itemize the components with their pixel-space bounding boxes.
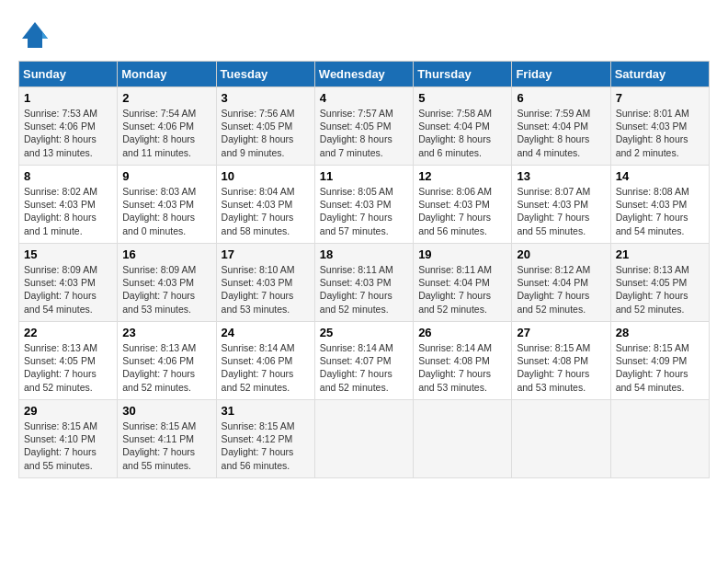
day-info: Sunrise: 8:14 AMSunset: 4:07 PMDaylight:… <box>320 341 408 394</box>
calendar-week-row: 15Sunrise: 8:09 AMSunset: 4:03 PMDayligh… <box>19 244 710 322</box>
calendar-week-row: 29Sunrise: 8:15 AMSunset: 4:10 PMDayligh… <box>19 400 710 478</box>
page-header <box>18 18 710 52</box>
day-info: Sunrise: 8:09 AMSunset: 4:03 PMDaylight:… <box>122 263 210 316</box>
calendar-cell: 5Sunrise: 7:58 AMSunset: 4:04 PMDaylight… <box>414 87 512 166</box>
day-number: 5 <box>418 91 506 105</box>
day-number: 10 <box>222 169 310 183</box>
day-number: 25 <box>320 326 408 339</box>
weekday-header-tuesday: Tuesday <box>216 62 314 87</box>
calendar-table: SundayMondayTuesdayWednesdayThursdayFrid… <box>18 61 710 478</box>
day-info: Sunrise: 8:09 AMSunset: 4:03 PMDaylight:… <box>24 263 112 316</box>
day-info: Sunrise: 8:15 AMSunset: 4:09 PMDaylight:… <box>616 341 704 394</box>
calendar-cell: 28Sunrise: 8:15 AMSunset: 4:09 PMDayligh… <box>610 322 709 400</box>
calendar-cell <box>314 400 413 478</box>
day-number: 28 <box>616 326 704 339</box>
calendar-cell: 14Sunrise: 8:08 AMSunset: 4:03 PMDayligh… <box>610 166 709 244</box>
day-info: Sunrise: 7:53 AMSunset: 4:06 PMDaylight:… <box>24 107 112 159</box>
calendar-cell: 19Sunrise: 8:11 AMSunset: 4:04 PMDayligh… <box>414 244 512 322</box>
day-info: Sunrise: 8:03 AMSunset: 4:03 PMDaylight:… <box>122 185 210 237</box>
calendar-cell <box>610 400 709 478</box>
calendar-cell: 9Sunrise: 8:03 AMSunset: 4:03 PMDaylight… <box>118 166 216 244</box>
calendar-header-row: SundayMondayTuesdayWednesdayThursdayFrid… <box>19 62 710 87</box>
day-number: 4 <box>320 91 408 105</box>
day-info: Sunrise: 8:11 AMSunset: 4:03 PMDaylight:… <box>320 263 408 316</box>
day-number: 1 <box>24 91 112 105</box>
calendar-cell: 1Sunrise: 7:53 AMSunset: 4:06 PMDaylight… <box>19 87 118 166</box>
day-number: 30 <box>122 404 210 418</box>
day-info: Sunrise: 8:13 AMSunset: 4:05 PMDaylight:… <box>24 341 112 394</box>
day-number: 14 <box>616 169 704 183</box>
day-info: Sunrise: 8:11 AMSunset: 4:04 PMDaylight:… <box>418 263 506 316</box>
calendar-cell: 18Sunrise: 8:11 AMSunset: 4:03 PMDayligh… <box>314 244 413 322</box>
calendar-cell: 7Sunrise: 8:01 AMSunset: 4:03 PMDaylight… <box>610 87 709 166</box>
day-number: 8 <box>24 169 112 183</box>
day-info: Sunrise: 8:13 AMSunset: 4:06 PMDaylight:… <box>122 341 210 394</box>
day-info: Sunrise: 8:05 AMSunset: 4:03 PMDaylight:… <box>320 185 408 237</box>
day-number: 18 <box>320 247 408 261</box>
day-info: Sunrise: 7:58 AMSunset: 4:04 PMDaylight:… <box>418 107 506 159</box>
calendar-cell: 10Sunrise: 8:04 AMSunset: 4:03 PMDayligh… <box>216 166 314 244</box>
calendar-cell: 15Sunrise: 8:09 AMSunset: 4:03 PMDayligh… <box>19 244 118 322</box>
calendar-cell: 31Sunrise: 8:15 AMSunset: 4:12 PMDayligh… <box>216 400 314 478</box>
calendar-cell: 20Sunrise: 8:12 AMSunset: 4:04 PMDayligh… <box>512 244 610 322</box>
calendar-cell: 11Sunrise: 8:05 AMSunset: 4:03 PMDayligh… <box>314 166 413 244</box>
weekday-header-wednesday: Wednesday <box>314 62 413 87</box>
day-info: Sunrise: 8:12 AMSunset: 4:04 PMDaylight:… <box>517 263 605 316</box>
calendar-cell: 4Sunrise: 7:57 AMSunset: 4:05 PMDaylight… <box>314 87 413 166</box>
day-number: 15 <box>24 247 112 261</box>
calendar-cell: 27Sunrise: 8:15 AMSunset: 4:08 PMDayligh… <box>512 322 610 400</box>
day-number: 29 <box>24 404 112 418</box>
day-info: Sunrise: 8:04 AMSunset: 4:03 PMDaylight:… <box>222 185 310 237</box>
day-number: 2 <box>122 91 210 105</box>
day-info: Sunrise: 8:06 AMSunset: 4:03 PMDaylight:… <box>418 185 506 237</box>
calendar-cell: 24Sunrise: 8:14 AMSunset: 4:06 PMDayligh… <box>216 322 314 400</box>
calendar-cell: 25Sunrise: 8:14 AMSunset: 4:07 PMDayligh… <box>314 322 413 400</box>
calendar-body: 1Sunrise: 7:53 AMSunset: 4:06 PMDaylight… <box>19 87 710 478</box>
day-info: Sunrise: 7:59 AMSunset: 4:04 PMDaylight:… <box>517 107 605 159</box>
weekday-header-sunday: Sunday <box>19 62 118 87</box>
calendar-cell: 6Sunrise: 7:59 AMSunset: 4:04 PMDaylight… <box>512 87 610 166</box>
day-number: 26 <box>418 326 506 339</box>
calendar-cell: 3Sunrise: 7:56 AMSunset: 4:05 PMDaylight… <box>216 87 314 166</box>
day-number: 27 <box>517 326 605 339</box>
calendar-cell: 16Sunrise: 8:09 AMSunset: 4:03 PMDayligh… <box>118 244 216 322</box>
weekday-header-friday: Friday <box>512 62 610 87</box>
day-number: 9 <box>122 169 210 183</box>
calendar-cell: 21Sunrise: 8:13 AMSunset: 4:05 PMDayligh… <box>610 244 709 322</box>
day-info: Sunrise: 8:14 AMSunset: 4:06 PMDaylight:… <box>222 341 310 394</box>
calendar-cell <box>512 400 610 478</box>
calendar-cell: 22Sunrise: 8:13 AMSunset: 4:05 PMDayligh… <box>19 322 118 400</box>
day-number: 22 <box>24 326 112 339</box>
calendar-cell: 13Sunrise: 8:07 AMSunset: 4:03 PMDayligh… <box>512 166 610 244</box>
weekday-header-thursday: Thursday <box>414 62 512 87</box>
day-number: 23 <box>122 326 210 339</box>
calendar-cell: 29Sunrise: 8:15 AMSunset: 4:10 PMDayligh… <box>19 400 118 478</box>
day-number: 21 <box>616 247 704 261</box>
day-info: Sunrise: 8:14 AMSunset: 4:08 PMDaylight:… <box>418 341 506 394</box>
weekday-header-saturday: Saturday <box>610 62 709 87</box>
day-info: Sunrise: 7:56 AMSunset: 4:05 PMDaylight:… <box>222 107 310 159</box>
calendar-cell: 30Sunrise: 8:15 AMSunset: 4:11 PMDayligh… <box>118 400 216 478</box>
calendar-week-row: 1Sunrise: 7:53 AMSunset: 4:06 PMDaylight… <box>19 87 710 166</box>
day-info: Sunrise: 8:10 AMSunset: 4:03 PMDaylight:… <box>222 263 310 316</box>
day-info: Sunrise: 8:07 AMSunset: 4:03 PMDaylight:… <box>517 185 605 237</box>
calendar-cell: 2Sunrise: 7:54 AMSunset: 4:06 PMDaylight… <box>118 87 216 166</box>
day-info: Sunrise: 8:02 AMSunset: 4:03 PMDaylight:… <box>24 185 112 237</box>
day-info: Sunrise: 8:13 AMSunset: 4:05 PMDaylight:… <box>616 263 704 316</box>
day-info: Sunrise: 8:15 AMSunset: 4:10 PMDaylight:… <box>24 419 112 472</box>
day-number: 6 <box>517 91 605 105</box>
day-number: 19 <box>418 247 506 261</box>
day-number: 11 <box>320 169 408 183</box>
day-number: 24 <box>222 326 310 339</box>
weekday-header-monday: Monday <box>118 62 216 87</box>
day-info: Sunrise: 8:15 AMSunset: 4:12 PMDaylight:… <box>222 419 310 472</box>
day-number: 31 <box>222 404 310 418</box>
calendar-cell: 23Sunrise: 8:13 AMSunset: 4:06 PMDayligh… <box>118 322 216 400</box>
calendar-cell: 12Sunrise: 8:06 AMSunset: 4:03 PMDayligh… <box>414 166 512 244</box>
day-info: Sunrise: 8:08 AMSunset: 4:03 PMDaylight:… <box>616 185 704 237</box>
calendar-cell: 17Sunrise: 8:10 AMSunset: 4:03 PMDayligh… <box>216 244 314 322</box>
calendar-cell: 8Sunrise: 8:02 AMSunset: 4:03 PMDaylight… <box>19 166 118 244</box>
day-number: 17 <box>222 247 310 261</box>
day-info: Sunrise: 8:15 AMSunset: 4:11 PMDaylight:… <box>122 419 210 472</box>
calendar-week-row: 8Sunrise: 8:02 AMSunset: 4:03 PMDaylight… <box>19 166 710 244</box>
